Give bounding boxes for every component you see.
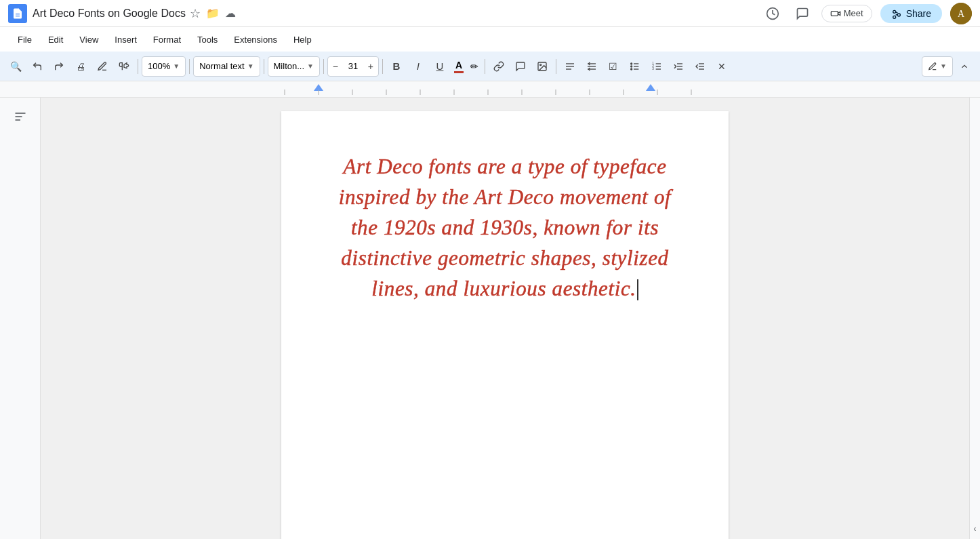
user-avatar[interactable] [950,3,972,24]
document-area[interactable]: Art Deco fonts are a type of typeface in… [41,98,969,539]
separator-6 [485,59,485,74]
menu-bar: File Edit View Insert Format Tools Exten… [0,27,980,52]
menu-help[interactable]: Help [287,32,319,47]
left-sidebar [0,98,41,539]
underline-button[interactable]: U [430,56,450,77]
menu-insert[interactable]: Insert [108,32,144,47]
numbered-list-button[interactable]: 123 [647,56,667,77]
ruler-content [251,81,725,97]
font-size-decrease[interactable]: − [328,57,343,76]
paint-format-button[interactable] [114,56,134,77]
zoom-dropdown[interactable]: 100% ▼ [142,56,186,77]
doc-text: Art Deco fonts are a type of typeface in… [339,155,672,300]
history-button[interactable] [762,3,783,24]
text-color-button[interactable]: A [451,58,466,75]
edit-mode-arrow: ▼ [940,62,947,70]
ruler [0,81,980,98]
menu-view[interactable]: View [73,32,105,47]
document-title: Art Deco Fonts on Google Docs [33,7,186,20]
undo-button[interactable] [27,56,47,77]
indent-less-button[interactable] [668,56,689,77]
font-value: Milton... [274,61,305,71]
folder-icon[interactable]: 📁 [206,7,220,20]
svg-point-18 [631,66,632,67]
line-spacing-button[interactable] [581,56,602,77]
highlight-icon: ✏ [470,61,478,72]
font-size-control: − 31 + [327,56,379,77]
print-button[interactable]: 🖨 [70,56,91,77]
svg-point-7 [540,64,542,65]
main-area: Art Deco fonts are a type of typeface in… [0,98,980,539]
separator-1 [138,59,138,74]
search-button[interactable]: 🔍 [5,56,26,77]
font-size-value[interactable]: 31 [343,61,363,71]
svg-text:3: 3 [652,67,654,71]
font-dropdown[interactable]: Milton... ▼ [268,56,320,77]
style-value: Normal text [199,61,244,71]
separator-7 [556,59,556,74]
zoom-value: 100% [148,61,170,71]
comment-button[interactable] [510,56,531,77]
share-button[interactable]: Share [880,4,942,23]
svg-rect-3 [831,11,838,16]
separator-3 [264,59,264,74]
font-size-increase[interactable]: + [363,57,378,76]
cloud-icon[interactable]: ☁ [225,7,236,20]
menu-format[interactable]: Format [146,32,188,47]
checklist-button[interactable]: ☑ [603,56,624,77]
svg-point-19 [631,68,632,70]
svg-marker-33 [646,84,655,91]
star-icon[interactable]: ☆ [190,6,201,21]
document-content[interactable]: Art Deco fonts are a type of typeface in… [335,152,674,304]
indent-more-button[interactable] [690,56,710,77]
toolbar: 🔍 🖨 100% ▼ Normal text ▼ Milton... ▼ − 3… [0,52,980,81]
style-arrow: ▼ [247,62,254,70]
text-color-label: A [455,60,462,71]
italic-button[interactable]: I [408,56,428,77]
style-dropdown[interactable]: Normal text ▼ [193,56,260,77]
align-button[interactable] [560,56,580,77]
image-button[interactable] [532,56,552,77]
text-color-bar [454,71,464,73]
clear-format-button[interactable]: ✕ [712,56,732,77]
spellcheck-button[interactable] [92,56,113,77]
text-cursor [637,279,638,300]
collapse-toolbar-button[interactable] [954,56,975,77]
separator-5 [382,59,383,74]
header-right: Meet Share [762,3,972,24]
right-collapse-button[interactable]: ‹ [974,524,977,534]
docs-logo [8,4,27,23]
menu-file[interactable]: File [11,32,39,47]
menu-extensions[interactable]: Extensions [227,32,284,47]
redo-button[interactable] [49,56,69,77]
separator-4 [323,59,324,74]
meet-label: Meet [844,8,863,18]
svg-point-17 [631,63,632,64]
link-button[interactable] [489,56,509,77]
edit-mode-dropdown[interactable]: ▼ [922,56,953,77]
menu-tools[interactable]: Tools [190,32,224,47]
menu-edit[interactable]: Edit [41,32,70,47]
font-arrow: ▼ [307,62,314,70]
bullet-list-button[interactable] [625,56,645,77]
zoom-arrow: ▼ [173,62,180,70]
highlight-button[interactable]: ✏ [468,60,481,73]
meet-button[interactable]: Meet [821,5,872,22]
bold-button[interactable]: B [386,56,407,77]
right-panel: ‹ [969,98,980,539]
title-bar: Art Deco Fonts on Google Docs ☆ 📁 ☁ Meet… [0,0,980,27]
comments-button[interactable] [792,3,813,24]
title-icons: ☆ 📁 ☁ [190,6,236,21]
separator-2 [189,59,190,74]
document-page: Art Deco fonts are a type of typeface in… [281,111,729,539]
share-label: Share [906,8,931,19]
outline-icon[interactable] [9,106,31,131]
